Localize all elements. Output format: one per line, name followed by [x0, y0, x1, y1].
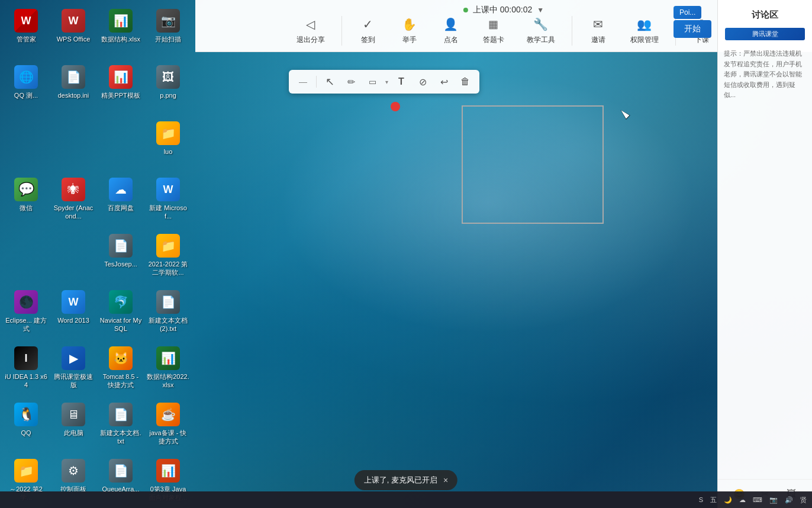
icon-navicat[interactable]: 🐬 Navicat for MySQL	[98, 287, 144, 343]
select-tool-button[interactable]: ↖	[321, 73, 338, 90]
icon-new-text-doc[interactable]: 📄 新建文本文档.txt	[98, 400, 144, 456]
icon-label-wps-manager: 管管家	[17, 35, 36, 43]
icon-data-structure-2022[interactable]: 📊 数据结构2022.xlsx	[145, 343, 191, 400]
ann-divider-1	[316, 76, 317, 88]
school-software-icon: 📁	[156, 234, 180, 258]
exit-share-label: 退出分享	[297, 35, 325, 45]
icon-word-2013[interactable]: W Word 2013	[50, 287, 96, 343]
icon-label-data-2022: 数据结构2022.xlsx	[147, 372, 189, 390]
taskbar-moon[interactable]: 🌙	[721, 495, 734, 505]
raise-hand-button[interactable]: ✋ 举手	[392, 14, 427, 47]
icon-new-word[interactable]: W 新建 Microsof...	[145, 175, 191, 231]
icon-qq[interactable]: 🐧 QQ	[3, 400, 49, 456]
icon-label-navicat: Navicat for MySQL	[99, 316, 142, 333]
wps-office-icon: W	[62, 9, 85, 33]
icon-desktop-ini[interactable]: 📄 desktop.ini	[50, 62, 96, 118]
idea-icon: I	[14, 346, 38, 370]
permission-button[interactable]: 👥 权限管理	[622, 14, 667, 47]
icon-tes-joseph[interactable]: 📄 TesJosep...	[98, 231, 144, 287]
year2022-icon: 📁	[14, 459, 38, 483]
icon-label-wps-office: WPS Office	[57, 35, 91, 43]
icon-eclipse[interactable]: 🌑 Eclipse... 建方式	[3, 287, 49, 343]
icon-wechat[interactable]: 💬 微信	[3, 175, 49, 231]
class-status: 上课中 00:00:02 ▼	[463, 5, 544, 15]
answer-card-icon: ▦	[485, 16, 502, 33]
icon-wps-office[interactable]: W WPS Office	[50, 6, 96, 62]
word-2013-icon: W	[62, 290, 85, 314]
red-dot-indicator	[391, 102, 400, 111]
icon-label-eclipse: Eclipse... 建方式	[5, 316, 47, 333]
discussion-title: 讨论区	[718, 0, 812, 25]
eraser-tool-button[interactable]: ⊘	[414, 73, 431, 90]
panel-content: 提示：严禁出现违法违规机发节程追究责任，用户手机老师，腾讯课堂不会以智能短信或收…	[718, 45, 812, 479]
icon-data-structure-xlsx[interactable]: 📊 数据结构.xlsx	[98, 6, 144, 62]
taskbar-cloud[interactable]: ☁	[737, 495, 748, 505]
icon-scan[interactable]: 📷 开始扫描	[145, 6, 191, 62]
pen-tool-button[interactable]: ✏	[343, 73, 359, 90]
taskbar-user[interactable]: 贤	[798, 494, 809, 506]
baidu-netdisk-icon: ☁	[109, 178, 133, 201]
icon-label-scan: 开始扫描	[155, 35, 181, 43]
answer-card-button[interactable]: ▦ 答题卡	[475, 14, 513, 47]
taskbar-sound[interactable]: 🔊	[782, 495, 795, 505]
icon-wps-manager[interactable]: W 管管家	[3, 6, 49, 62]
luo-icon: 📁	[156, 121, 180, 145]
icon-qq-browser[interactable]: 🌐 QQ 测...	[3, 62, 49, 118]
icon-p-png[interactable]: 🖼 p.png	[145, 62, 191, 118]
status-chevron[interactable]: ▼	[537, 6, 544, 14]
qq-icon: 🐧	[14, 403, 38, 426]
toolbar-buttons: ◁ 退出分享 ✓ 签到 ✋ 举手 👤 点名 ▦ 答题卡 🔧 教学工具 ✉ 邀请	[288, 14, 720, 47]
icon-label-new-word: 新建 Microsof...	[147, 204, 189, 221]
icon-tomcat85[interactable]: 🐱 Tomcat 8.5 - 快捷方式	[98, 343, 144, 400]
icon-new-text-2[interactable]: 📄 新建文本文档(2).txt	[145, 287, 191, 343]
teaching-tools-label: 教学工具	[527, 35, 555, 45]
icon-baidu-netdisk[interactable]: ☁ 百度网盘	[98, 175, 144, 231]
new-text-icon: 📄	[109, 403, 133, 426]
start-button[interactable]: 开始	[674, 20, 711, 38]
taskbar-s[interactable]: S	[697, 495, 705, 504]
status-dot	[463, 8, 468, 12]
roll-call-icon: 👤	[443, 16, 459, 33]
icon-luo[interactable]: 📁 luo	[145, 118, 191, 175]
icon-this-pc[interactable]: 🖥 此电脑	[50, 400, 96, 456]
shape-tool-button[interactable]: ▭	[364, 73, 381, 90]
icon-label-qq-browser: QQ 测...	[14, 91, 38, 99]
poi-button[interactable]: Poi...	[674, 6, 701, 19]
icon-ppt-template[interactable]: 📊 精美PPT模板	[98, 62, 144, 118]
teaching-tools-button[interactable]: 🔧 教学工具	[518, 14, 563, 47]
icon-java-backup[interactable]: ☕ java备课 - 快捷方式	[145, 400, 191, 456]
icon-label-tencent-speed: 腾讯课堂极速版	[52, 372, 95, 390]
this-pc-icon: 🖥	[62, 403, 85, 426]
taskbar-five[interactable]: 五	[708, 494, 719, 506]
java-chapter3-icon: 📊	[156, 459, 180, 483]
roll-call-button[interactable]: 👤 点名	[433, 14, 469, 47]
icon-tencent-speed[interactable]: ▶ 腾讯课堂极速版	[50, 343, 96, 400]
data-2022-icon: 📊	[156, 346, 180, 370]
icon-label-word2013: Word 2013	[57, 316, 89, 324]
toolbar-divider-2	[572, 16, 572, 46]
taskbar-keyboard[interactable]: ⌨	[750, 495, 765, 505]
sign-button[interactable]: ✓ 签到	[350, 14, 386, 47]
java-backup-icon: ☕	[156, 403, 180, 426]
icon-label-qq: QQ	[21, 429, 31, 437]
icon-label-p-png: p.png	[160, 91, 176, 99]
notification-close[interactable]: ×	[443, 475, 448, 485]
icon-school-software[interactable]: 📁 2021-2022 第二学期软...	[145, 231, 191, 287]
wechat-icon: 💬	[14, 178, 38, 201]
icon-idea[interactable]: I iU IDEA 1.3 x64	[3, 343, 49, 400]
taskbar-camera[interactable]: 📷	[767, 495, 780, 505]
exit-share-button[interactable]: ◁ 退出分享	[288, 14, 333, 47]
icon-label-new-text: 新建文本文档.txt	[99, 429, 142, 446]
new-text-2-icon: 📄	[156, 290, 180, 314]
text-tool-button[interactable]: T	[393, 73, 410, 90]
raise-hand-icon: ✋	[401, 16, 418, 33]
status-text: 上课中 00:00:02	[473, 5, 532, 15]
invite-button[interactable]: ✉ 邀请	[581, 14, 616, 47]
minimize-button[interactable]: —	[295, 73, 311, 90]
undo-button[interactable]: ↩	[436, 73, 452, 90]
invite-label: 邀请	[591, 35, 605, 45]
icon-spyder[interactable]: 🕷 Spyder (Anacond...	[50, 175, 96, 231]
icon-label-tes-joseph: TesJosep...	[104, 260, 137, 268]
delete-button[interactable]: 🗑	[457, 73, 473, 90]
notification-text: 上课了, 麦克风已开启	[364, 475, 437, 486]
